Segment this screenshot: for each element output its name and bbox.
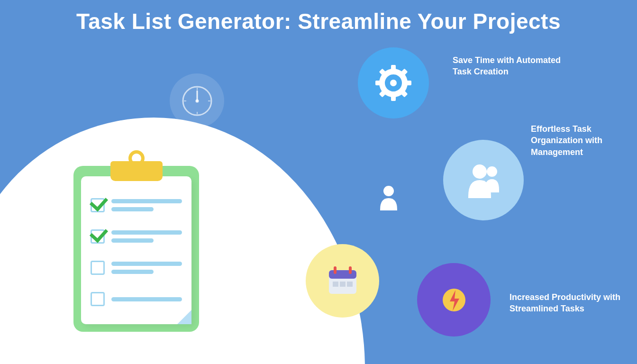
page-title: Task List Generator: Streamline Your Pro… [0, 9, 637, 34]
bolt-circle [417, 263, 491, 337]
person-mini [378, 185, 399, 210]
paper-fold-icon [177, 310, 191, 324]
svg-rect-23 [333, 282, 338, 287]
checkbox-checked-icon [91, 198, 105, 212]
calendar-icon [324, 263, 361, 300]
clipboard-illustration [73, 166, 199, 332]
svg-rect-8 [391, 94, 396, 101]
checkbox-empty-icon [91, 261, 105, 275]
benefit-bolt-label: Increased Productivity with Streamlined … [510, 291, 633, 315]
svg-rect-20 [329, 270, 356, 279]
clipboard-clip [110, 161, 163, 181]
checkbox-empty-icon [91, 292, 105, 306]
benefit-team-label: Effortless Task Organization with Manage… [531, 123, 637, 158]
gear-icon [375, 65, 411, 101]
clock-icon [181, 84, 214, 118]
calendar-circle [306, 244, 379, 318]
svg-rect-22 [349, 266, 352, 274]
task-row [91, 255, 182, 281]
clock-circle [170, 73, 224, 128]
gear-circle [358, 47, 429, 118]
svg-point-16 [487, 166, 497, 177]
svg-point-15 [390, 80, 397, 86]
svg-rect-25 [347, 282, 353, 287]
task-row [91, 286, 182, 312]
task-lines [111, 199, 182, 211]
task-row [91, 192, 182, 218]
clipboard-paper [81, 176, 191, 324]
checkbox-checked-icon [91, 229, 105, 244]
svg-rect-9 [375, 81, 382, 85]
svg-rect-21 [334, 266, 337, 274]
benefit-gear-label: Save Time with Automated Task Creation [453, 55, 576, 78]
task-lines [111, 297, 182, 301]
svg-rect-10 [405, 81, 411, 85]
task-row [91, 224, 182, 249]
task-lines [111, 262, 182, 274]
svg-rect-7 [391, 65, 396, 72]
lightning-icon [437, 283, 471, 317]
svg-rect-24 [340, 282, 346, 287]
task-lines [111, 230, 182, 243]
team-circle [443, 140, 524, 220]
person-icon [378, 185, 399, 210]
svg-point-17 [473, 164, 487, 179]
team-icon [459, 155, 508, 205]
svg-point-18 [383, 186, 394, 196]
